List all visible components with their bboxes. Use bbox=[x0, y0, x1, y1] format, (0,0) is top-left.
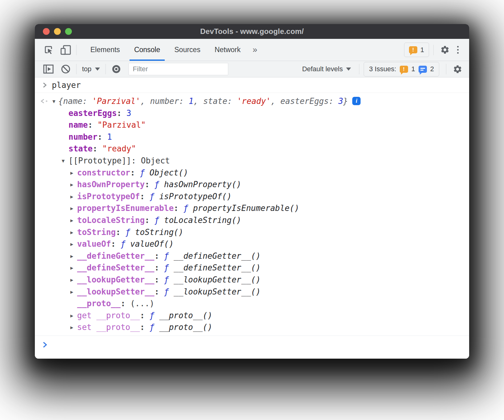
prototype-method-row: ▸toString: ƒ toString() bbox=[35, 226, 469, 238]
property-value: 3 bbox=[126, 109, 131, 118]
property-value: (...) bbox=[130, 299, 154, 308]
function-symbol: ƒ bbox=[164, 263, 174, 272]
window-title: DevTools - www.google.com/ bbox=[200, 27, 304, 36]
tab-sources[interactable]: Sources bbox=[167, 39, 207, 61]
expand-arrow-icon[interactable]: ▸ bbox=[70, 167, 73, 179]
toolbar-separator bbox=[76, 64, 76, 74]
colon: : bbox=[154, 287, 164, 296]
console-result-block: ▾{name: 'Parzival', number: 1, state: 'r… bbox=[35, 93, 469, 334]
inspect-cursor-icon bbox=[43, 45, 54, 55]
issue-error-bubble-icon: ! bbox=[400, 66, 408, 73]
collapse-arrow-icon[interactable]: ▾ bbox=[52, 95, 56, 107]
collapse-arrow-icon[interactable]: ▾ bbox=[62, 155, 65, 167]
expand-arrow-icon[interactable]: ▸ bbox=[70, 202, 73, 214]
issue-error-count: 1 bbox=[411, 65, 415, 73]
toggle-device-toolbar-button[interactable] bbox=[57, 42, 74, 58]
function-symbol: ƒ bbox=[154, 180, 164, 189]
console-sidebar-toggle-button[interactable] bbox=[40, 61, 57, 77]
prompt-chevron-icon bbox=[42, 341, 48, 348]
colon: : bbox=[130, 168, 140, 177]
chevron-down-icon bbox=[346, 68, 351, 71]
property-row: number: 1 bbox=[35, 131, 469, 143]
function-symbol: ƒ bbox=[150, 192, 159, 201]
tab-console[interactable]: Console bbox=[127, 39, 167, 61]
function-symbol: ƒ bbox=[154, 216, 164, 225]
create-live-expression-button[interactable] bbox=[108, 61, 125, 77]
traffic-lights bbox=[43, 24, 72, 39]
main-menu-button[interactable] bbox=[452, 46, 464, 54]
preview-segment: 'ready' bbox=[237, 97, 271, 106]
expand-arrow-icon[interactable]: ▸ bbox=[70, 191, 73, 203]
log-levels-label: Default levels bbox=[302, 65, 343, 73]
expand-arrow-icon[interactable]: ▸ bbox=[70, 286, 73, 298]
expand-arrow-icon[interactable]: ▸ bbox=[70, 262, 73, 274]
log-levels-selector[interactable]: Default levels bbox=[298, 65, 355, 73]
console-settings-button[interactable] bbox=[451, 61, 464, 77]
function-symbol: ƒ bbox=[140, 168, 150, 177]
property-key: state bbox=[68, 144, 93, 153]
more-tabs-button[interactable]: » bbox=[248, 39, 262, 61]
preview-segment: , easterEggs: bbox=[271, 97, 338, 106]
expand-arrow-icon[interactable]: ▸ bbox=[70, 310, 73, 322]
expand-arrow-icon[interactable]: ▸ bbox=[70, 250, 73, 262]
colon: : bbox=[140, 192, 150, 201]
console-prompt[interactable] bbox=[35, 336, 469, 353]
settings-button[interactable] bbox=[438, 42, 452, 58]
property-key: name bbox=[68, 120, 88, 130]
colon: : bbox=[145, 216, 154, 225]
method-key: toString bbox=[77, 228, 116, 237]
expand-arrow-icon[interactable]: ▸ bbox=[70, 179, 73, 191]
context-selector[interactable]: top bbox=[78, 65, 104, 73]
method-key: toLocaleString bbox=[77, 216, 145, 225]
method-key: propertyIsEnumerable bbox=[77, 204, 174, 213]
zoom-window-button[interactable] bbox=[65, 28, 72, 35]
console-messages-area[interactable]: player ▾{name: 'Parzival', number: 1, st… bbox=[35, 77, 469, 359]
method-key: hasOwnProperty bbox=[77, 180, 145, 189]
issues-counter-button[interactable]: 3 Issues: ! 1 2 bbox=[364, 62, 439, 76]
function-name: isPrototypeOf() bbox=[159, 192, 232, 201]
prototype-method-row: ▸constructor: ƒ Object() bbox=[35, 167, 469, 179]
prototype-label: [[Prototype]]: Object bbox=[68, 156, 170, 165]
error-badge-button[interactable]: ! 1 bbox=[404, 43, 429, 57]
command-chevron-icon bbox=[42, 82, 47, 88]
preview-segment: } bbox=[343, 97, 348, 106]
function-symbol: ƒ bbox=[164, 287, 174, 296]
devtools-tab-bar: Elements Console Sources Network » ! 1 bbox=[35, 39, 469, 61]
function-name: propertyIsEnumerable() bbox=[193, 204, 299, 213]
function-name: __defineSetter__() bbox=[174, 263, 261, 272]
tab-network[interactable]: Network bbox=[208, 39, 248, 61]
function-name: hasOwnProperty() bbox=[164, 180, 241, 189]
close-window-button[interactable] bbox=[43, 28, 50, 35]
function-name: __proto__() bbox=[159, 323, 212, 332]
colon: : bbox=[117, 109, 126, 118]
expand-arrow-icon[interactable]: ▸ bbox=[70, 274, 73, 286]
eye-icon bbox=[111, 64, 122, 74]
expand-arrow-icon[interactable]: ▸ bbox=[70, 226, 73, 238]
devtools-window: DevTools - www.google.com/ Elements Cons… bbox=[35, 24, 469, 359]
clear-console-button[interactable] bbox=[57, 61, 74, 77]
expand-arrow-icon[interactable]: ▸ bbox=[70, 238, 73, 250]
tab-elements[interactable]: Elements bbox=[83, 39, 127, 61]
property-key: __proto__ bbox=[77, 299, 121, 308]
inspect-element-button[interactable] bbox=[40, 42, 57, 58]
colon: : bbox=[154, 263, 164, 272]
info-icon[interactable]: i bbox=[352, 97, 361, 105]
toolbar-separator bbox=[359, 64, 359, 74]
prototype-method-row: ▸hasOwnProperty: ƒ hasOwnProperty() bbox=[35, 179, 469, 191]
colon: : bbox=[88, 120, 97, 130]
context-selector-label: top bbox=[82, 65, 92, 73]
colon: : bbox=[145, 180, 154, 189]
toolbar-separator bbox=[446, 64, 446, 74]
error-bubble-icon: ! bbox=[409, 46, 417, 53]
proto-accessor-row: __proto__: (...) bbox=[35, 298, 469, 310]
minimize-window-button[interactable] bbox=[54, 28, 61, 35]
toolbar-separator bbox=[105, 64, 106, 74]
toolbar-separator bbox=[433, 45, 434, 55]
method-key: __defineGetter__ bbox=[77, 251, 154, 261]
expand-arrow-icon[interactable]: ▸ bbox=[70, 214, 73, 226]
colon: : bbox=[116, 228, 125, 237]
preview-segment: 1 bbox=[189, 97, 194, 106]
method-key: valueOf bbox=[77, 239, 111, 249]
expand-arrow-icon[interactable]: ▸ bbox=[70, 321, 73, 333]
filter-input[interactable] bbox=[129, 63, 228, 75]
